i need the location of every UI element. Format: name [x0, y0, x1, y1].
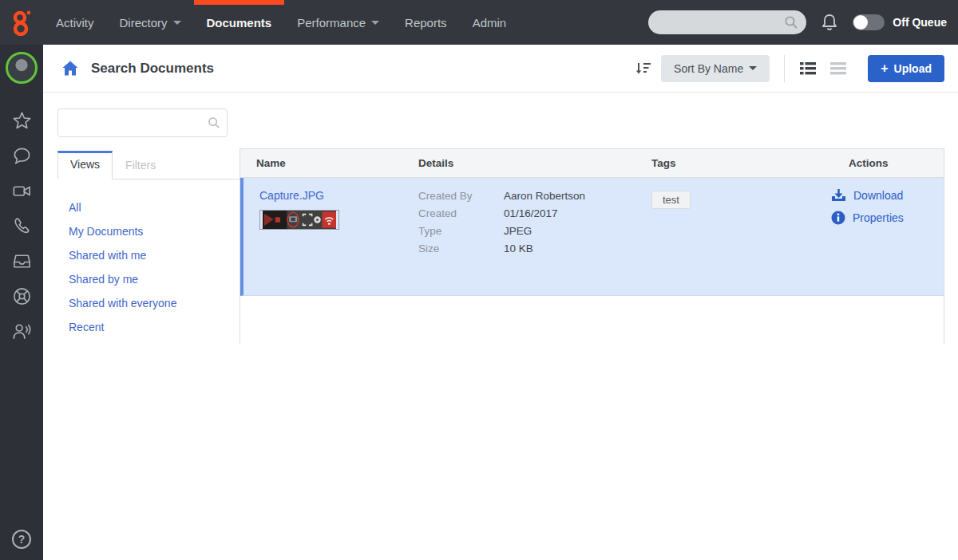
detail-label: Created: [418, 207, 504, 219]
nav-item-performance[interactable]: Performance: [284, 0, 392, 45]
nav-item-admin[interactable]: Admin: [460, 0, 520, 45]
sort-by-label: Sort By Name: [674, 62, 743, 75]
page-header: Search Documents Sort By Name: [43, 45, 958, 93]
view-link-shared-with-everyone[interactable]: Shared with everyone: [69, 297, 176, 310]
toggle-knob: [853, 15, 868, 30]
sidebar-item-interactions[interactable]: [10, 285, 33, 307]
left-panel: Views Filters All My Documents Shared wi…: [57, 108, 240, 344]
document-tags-cell: test: [651, 178, 831, 295]
header-divider: [784, 55, 785, 82]
inbox-icon: [11, 250, 33, 272]
detail-label: Type: [418, 225, 504, 237]
page-title: Search Documents: [91, 61, 214, 77]
help-button[interactable]: ?: [12, 530, 31, 549]
nav-label: Performance: [297, 16, 366, 30]
detail-value: JPEG: [504, 225, 651, 237]
view-link-my-documents[interactable]: My Documents: [69, 225, 143, 238]
main-content: Search Documents Sort By Name: [43, 45, 958, 560]
primary-nav: Activity Directory Documents Performance…: [43, 0, 519, 45]
global-search-input[interactable]: [648, 10, 806, 34]
nav-label: Documents: [207, 16, 272, 30]
sidebar-item-phone[interactable]: [10, 215, 33, 237]
phone-icon: [11, 215, 33, 237]
search-icon: [208, 116, 220, 129]
document-name-cell: Capture.JPG: [243, 178, 418, 295]
nav-item-activity[interactable]: Activity: [43, 0, 107, 45]
nav-label: Reports: [405, 16, 447, 30]
nav-item-directory[interactable]: Directory: [107, 0, 194, 45]
chat-bubble-icon: [11, 145, 33, 167]
document-actions-cell: Download Properties: [831, 178, 944, 295]
sidebar-item-agents[interactable]: [10, 320, 33, 342]
table-row[interactable]: Capture.JPG: [240, 178, 944, 296]
documents-table: Name Details Tags Actions Capture.JPG: [240, 148, 944, 344]
list-item: Shared by me: [69, 272, 240, 286]
star-icon: [11, 110, 33, 132]
help-icon: ?: [18, 533, 26, 546]
plus-icon: +: [881, 61, 888, 76]
sidebar-item-inbox[interactable]: [10, 250, 33, 272]
download-label: Download: [853, 189, 903, 202]
tab-views[interactable]: Views: [57, 151, 113, 179]
view-link-all[interactable]: All: [69, 201, 81, 214]
chevron-down-icon: [173, 21, 181, 25]
notifications-button[interactable]: [821, 13, 838, 32]
views-list: All My Documents Shared with me Shared b…: [57, 179, 240, 334]
list-item: Recent: [69, 320, 240, 334]
top-nav: Activity Directory Documents Performance…: [0, 0, 958, 45]
detail-value: 01/16/2017: [504, 207, 651, 219]
documents-content: Views Filters All My Documents Shared wi…: [43, 93, 958, 344]
home-icon[interactable]: [62, 61, 78, 76]
column-header-actions: Actions: [831, 157, 944, 169]
nav-item-reports[interactable]: Reports: [392, 0, 460, 45]
queue-status-toggle[interactable]: [853, 14, 885, 30]
sidebar-item-chat[interactable]: [10, 144, 33, 167]
view-link-shared-by-me[interactable]: Shared by me: [69, 273, 138, 286]
video-camera-icon: [11, 180, 33, 202]
chevron-down-icon: [371, 21, 379, 25]
logo-icon: [11, 9, 32, 36]
side-nav: ?: [0, 45, 43, 560]
bell-icon: [821, 13, 838, 32]
queue-status-label: Off Queue: [893, 16, 947, 29]
list-view-button[interactable]: [799, 61, 817, 76]
document-search-input[interactable]: [57, 108, 228, 137]
detail-list-icon: [799, 61, 817, 76]
detail-value: 10 KB: [504, 243, 651, 254]
detail-value: Aaron Robertson: [504, 190, 651, 202]
upload-label: Upload: [894, 62, 932, 75]
view-link-recent[interactable]: Recent: [69, 321, 104, 333]
sidebar-item-favorites[interactable]: [10, 109, 33, 132]
list-item: Shared with everyone: [69, 296, 240, 310]
table-header: Name Details Tags Actions: [240, 149, 944, 178]
nav-label: Directory: [120, 16, 168, 30]
properties-action[interactable]: Properties: [831, 211, 944, 225]
column-header-details: Details: [418, 157, 651, 169]
nav-label: Activity: [56, 16, 94, 30]
side-nav-icons: [10, 109, 33, 342]
nav-item-documents[interactable]: Documents: [194, 0, 285, 45]
sort-direction-button[interactable]: [635, 61, 651, 77]
properties-label: Properties: [853, 211, 904, 224]
panel-tabs: Views Filters: [57, 150, 240, 179]
tab-filters[interactable]: Filters: [113, 151, 168, 179]
person-sound-icon: [11, 321, 33, 342]
document-thumbnail[interactable]: [259, 210, 339, 230]
compact-list-view-button[interactable]: [829, 61, 847, 76]
sidebar-item-video[interactable]: [10, 179, 33, 202]
list-item: My Documents: [69, 224, 240, 239]
download-action[interactable]: Download: [831, 188, 944, 203]
sort-by-button[interactable]: Sort By Name: [661, 55, 770, 82]
detail-label: Created By: [418, 190, 504, 202]
upload-button[interactable]: + Upload: [868, 55, 944, 82]
view-link-shared-with-me[interactable]: Shared with me: [69, 249, 146, 262]
document-name-link[interactable]: Capture.JPG: [259, 189, 324, 202]
tag-badge[interactable]: test: [651, 191, 691, 209]
list-item: Shared with me: [69, 248, 240, 262]
user-avatar[interactable]: [6, 52, 38, 84]
sort-amount-icon: [635, 61, 651, 77]
document-search: [57, 108, 228, 137]
genesys-logo[interactable]: [0, 0, 43, 45]
search-icon: [784, 15, 798, 30]
compact-list-icon: [829, 61, 847, 76]
